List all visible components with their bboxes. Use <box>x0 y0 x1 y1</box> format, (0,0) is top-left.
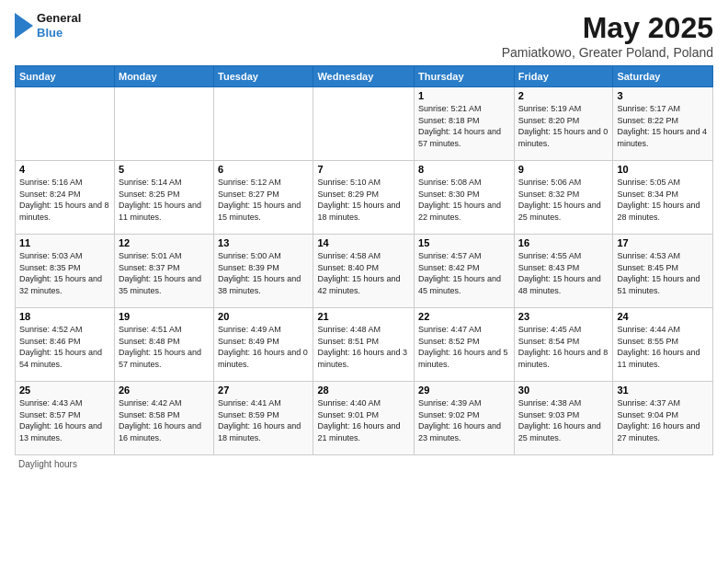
day-info: Sunrise: 5:14 AM Sunset: 8:25 PM Dayligh… <box>119 177 210 223</box>
header: General Blue May 2025 Pamiatkowo, Greate… <box>15 11 713 60</box>
day-number: 4 <box>19 164 110 175</box>
day-number: 6 <box>218 164 309 175</box>
day-info: Sunrise: 4:41 AM Sunset: 8:59 PM Dayligh… <box>218 397 309 443</box>
day-info: Sunrise: 5:00 AM Sunset: 8:39 PM Dayligh… <box>218 250 309 296</box>
calendar-cell: 17Sunrise: 4:53 AM Sunset: 8:45 PM Dayli… <box>613 235 713 308</box>
calendar-cell <box>313 87 415 161</box>
calendar-cell: 7Sunrise: 5:10 AM Sunset: 8:29 PM Daylig… <box>313 161 415 235</box>
logo-general: General <box>37 11 81 26</box>
day-info: Sunrise: 5:08 AM Sunset: 8:30 PM Dayligh… <box>418 177 510 223</box>
day-number: 26 <box>119 385 210 396</box>
day-number: 12 <box>119 237 210 248</box>
day-number: 14 <box>317 237 410 248</box>
day-info: Sunrise: 5:06 AM Sunset: 8:32 PM Dayligh… <box>518 177 609 223</box>
day-number: 1 <box>418 90 510 101</box>
calendar-day-header: Tuesday <box>214 66 313 87</box>
day-info: Sunrise: 4:45 AM Sunset: 8:54 PM Dayligh… <box>518 324 609 370</box>
day-number: 19 <box>119 311 210 322</box>
title-block: May 2025 Pamiatkowo, Greater Poland, Pol… <box>502 11 713 60</box>
day-info: Sunrise: 5:12 AM Sunset: 8:27 PM Dayligh… <box>218 177 309 223</box>
day-number: 9 <box>518 164 609 175</box>
calendar-cell <box>214 87 313 161</box>
daylight-hours-label: Daylight hours <box>18 459 77 469</box>
calendar: SundayMondayTuesdayWednesdayThursdayFrid… <box>15 65 713 455</box>
day-info: Sunrise: 4:39 AM Sunset: 9:02 PM Dayligh… <box>418 397 510 443</box>
day-info: Sunrise: 4:53 AM Sunset: 8:45 PM Dayligh… <box>617 250 709 296</box>
day-number: 2 <box>518 90 609 101</box>
day-info: Sunrise: 4:37 AM Sunset: 9:04 PM Dayligh… <box>617 397 709 443</box>
calendar-cell <box>16 87 115 161</box>
day-info: Sunrise: 5:21 AM Sunset: 8:18 PM Dayligh… <box>418 103 510 149</box>
day-info: Sunrise: 5:17 AM Sunset: 8:22 PM Dayligh… <box>617 103 709 149</box>
calendar-cell: 5Sunrise: 5:14 AM Sunset: 8:25 PM Daylig… <box>114 161 213 235</box>
calendar-cell: 18Sunrise: 4:52 AM Sunset: 8:46 PM Dayli… <box>16 308 115 382</box>
calendar-cell: 22Sunrise: 4:47 AM Sunset: 8:52 PM Dayli… <box>415 308 515 382</box>
calendar-week-row: 1Sunrise: 5:21 AM Sunset: 8:18 PM Daylig… <box>16 87 713 161</box>
day-info: Sunrise: 4:40 AM Sunset: 9:01 PM Dayligh… <box>317 397 410 443</box>
main-title: May 2025 <box>502 11 713 45</box>
calendar-cell: 31Sunrise: 4:37 AM Sunset: 9:04 PM Dayli… <box>613 382 713 455</box>
day-number: 21 <box>317 311 410 322</box>
calendar-cell: 8Sunrise: 5:08 AM Sunset: 8:30 PM Daylig… <box>415 161 515 235</box>
day-number: 20 <box>218 311 309 322</box>
day-number: 18 <box>19 311 110 322</box>
day-info: Sunrise: 5:05 AM Sunset: 8:34 PM Dayligh… <box>617 177 709 223</box>
day-number: 16 <box>518 237 609 248</box>
logo-blue: Blue <box>37 26 81 40</box>
calendar-week-row: 25Sunrise: 4:43 AM Sunset: 8:57 PM Dayli… <box>16 382 713 455</box>
calendar-header-row: SundayMondayTuesdayWednesdayThursdayFrid… <box>16 66 713 87</box>
day-info: Sunrise: 4:57 AM Sunset: 8:42 PM Dayligh… <box>418 250 510 296</box>
day-info: Sunrise: 4:42 AM Sunset: 8:58 PM Dayligh… <box>119 397 210 443</box>
day-info: Sunrise: 4:55 AM Sunset: 8:43 PM Dayligh… <box>518 250 609 296</box>
logo: General Blue <box>15 11 81 40</box>
calendar-cell: 13Sunrise: 5:00 AM Sunset: 8:39 PM Dayli… <box>214 235 313 308</box>
day-number: 27 <box>218 385 309 396</box>
day-number: 3 <box>617 90 709 101</box>
footer-note: Daylight hours <box>15 459 713 469</box>
day-number: 25 <box>19 385 110 396</box>
calendar-cell: 25Sunrise: 4:43 AM Sunset: 8:57 PM Dayli… <box>16 382 115 455</box>
calendar-cell: 1Sunrise: 5:21 AM Sunset: 8:18 PM Daylig… <box>415 87 515 161</box>
day-info: Sunrise: 4:47 AM Sunset: 8:52 PM Dayligh… <box>418 324 510 370</box>
calendar-cell: 21Sunrise: 4:48 AM Sunset: 8:51 PM Dayli… <box>313 308 415 382</box>
day-number: 8 <box>418 164 510 175</box>
calendar-cell: 16Sunrise: 4:55 AM Sunset: 8:43 PM Dayli… <box>514 235 613 308</box>
calendar-cell: 11Sunrise: 5:03 AM Sunset: 8:35 PM Dayli… <box>16 235 115 308</box>
day-info: Sunrise: 4:44 AM Sunset: 8:55 PM Dayligh… <box>617 324 709 370</box>
calendar-cell: 15Sunrise: 4:57 AM Sunset: 8:42 PM Dayli… <box>415 235 515 308</box>
calendar-cell: 12Sunrise: 5:01 AM Sunset: 8:37 PM Dayli… <box>114 235 213 308</box>
calendar-cell: 29Sunrise: 4:39 AM Sunset: 9:02 PM Dayli… <box>415 382 515 455</box>
day-number: 29 <box>418 385 510 396</box>
calendar-day-header: Monday <box>114 66 213 87</box>
calendar-cell: 4Sunrise: 5:16 AM Sunset: 8:24 PM Daylig… <box>16 161 115 235</box>
day-info: Sunrise: 4:48 AM Sunset: 8:51 PM Dayligh… <box>317 324 410 370</box>
calendar-cell: 24Sunrise: 4:44 AM Sunset: 8:55 PM Dayli… <box>613 308 713 382</box>
day-number: 13 <box>218 237 309 248</box>
calendar-cell: 10Sunrise: 5:05 AM Sunset: 8:34 PM Dayli… <box>613 161 713 235</box>
calendar-week-row: 18Sunrise: 4:52 AM Sunset: 8:46 PM Dayli… <box>16 308 713 382</box>
svg-marker-0 <box>15 13 33 39</box>
day-number: 17 <box>617 237 709 248</box>
day-info: Sunrise: 4:51 AM Sunset: 8:48 PM Dayligh… <box>119 324 210 370</box>
calendar-cell: 9Sunrise: 5:06 AM Sunset: 8:32 PM Daylig… <box>514 161 613 235</box>
calendar-cell: 26Sunrise: 4:42 AM Sunset: 8:58 PM Dayli… <box>114 382 213 455</box>
calendar-cell: 3Sunrise: 5:17 AM Sunset: 8:22 PM Daylig… <box>613 87 713 161</box>
day-info: Sunrise: 4:58 AM Sunset: 8:40 PM Dayligh… <box>317 250 410 296</box>
day-number: 23 <box>518 311 609 322</box>
day-info: Sunrise: 5:03 AM Sunset: 8:35 PM Dayligh… <box>19 250 110 296</box>
day-number: 30 <box>518 385 609 396</box>
calendar-cell: 27Sunrise: 4:41 AM Sunset: 8:59 PM Dayli… <box>214 382 313 455</box>
day-number: 5 <box>119 164 210 175</box>
calendar-cell: 19Sunrise: 4:51 AM Sunset: 8:48 PM Dayli… <box>114 308 213 382</box>
day-info: Sunrise: 4:52 AM Sunset: 8:46 PM Dayligh… <box>19 324 110 370</box>
day-number: 15 <box>418 237 510 248</box>
calendar-cell: 14Sunrise: 4:58 AM Sunset: 8:40 PM Dayli… <box>313 235 415 308</box>
calendar-cell: 2Sunrise: 5:19 AM Sunset: 8:20 PM Daylig… <box>514 87 613 161</box>
calendar-cell <box>114 87 213 161</box>
day-info: Sunrise: 5:10 AM Sunset: 8:29 PM Dayligh… <box>317 177 410 223</box>
logo-triangle-icon <box>15 13 33 39</box>
calendar-week-row: 4Sunrise: 5:16 AM Sunset: 8:24 PM Daylig… <box>16 161 713 235</box>
day-number: 28 <box>317 385 410 396</box>
day-info: Sunrise: 5:01 AM Sunset: 8:37 PM Dayligh… <box>119 250 210 296</box>
calendar-day-header: Sunday <box>16 66 115 87</box>
